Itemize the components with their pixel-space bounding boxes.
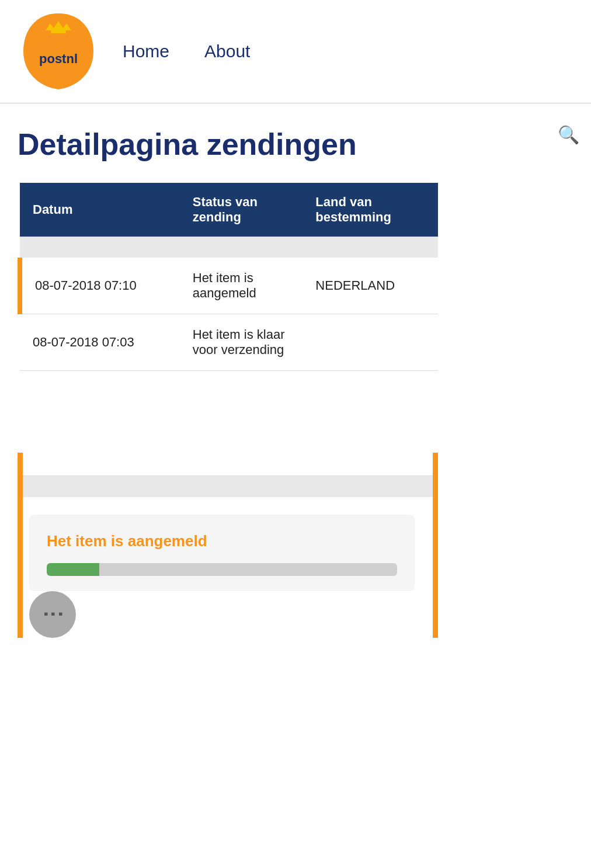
table-header-row: Datum Status van zending Land van bestem…: [20, 183, 438, 237]
col-datum: Datum: [20, 183, 180, 237]
cell-datum-1: 08-07-2018 07:10: [20, 258, 180, 314]
progress-bar-fill: [47, 563, 99, 576]
spacer-row: [20, 237, 438, 258]
bottom-action-row: ⋮: [18, 591, 438, 638]
svg-rect-0: [51, 30, 66, 33]
search-icon[interactable]: 🔍: [558, 124, 579, 145]
more-options-button[interactable]: ⋮: [29, 591, 76, 638]
orange-right-bar: [433, 453, 438, 638]
cell-land-1: NEDERLAND: [303, 258, 438, 314]
cell-datum-2: 08-07-2018 07:03: [20, 314, 180, 371]
cell-land-2: [303, 314, 438, 371]
col-land: Land van bestemming: [303, 183, 438, 237]
zendingen-table: Datum Status van zending Land van bestem…: [18, 183, 438, 497]
cell-status-2: Het item is klaar voor verzending: [180, 314, 303, 371]
empty-row: [20, 371, 438, 476]
table-row[interactable]: 08-07-2018 07:03 Het item is klaar voor …: [20, 314, 438, 371]
main-nav: Home About: [123, 41, 250, 61]
page-title: Detailpagina zendingen: [18, 127, 573, 162]
dots-icon: ⋮: [42, 604, 63, 625]
table-section: Datum Status van zending Land van bestem…: [18, 183, 438, 638]
cell-status-1: Het item is aangemeld: [180, 258, 303, 314]
svg-text:postnl: postnl: [39, 51, 78, 66]
header: postnl Home About: [0, 0, 591, 103]
bottom-spacer-row: [20, 476, 438, 497]
orange-left-bar: [18, 453, 23, 638]
detail-card-wrapper: Het item is aangemeld: [18, 497, 438, 591]
detail-card-title: Het item is aangemeld: [47, 532, 397, 550]
logo[interactable]: postnl: [18, 11, 99, 92]
table-row[interactable]: 08-07-2018 07:10 Het item is aangemeld N…: [20, 258, 438, 314]
detail-card: Het item is aangemeld: [29, 515, 415, 591]
progress-bar-container: [47, 563, 397, 576]
nav-home[interactable]: Home: [123, 41, 169, 61]
col-status: Status van zending: [180, 183, 303, 237]
nav-about[interactable]: About: [204, 41, 250, 61]
main-content: Detailpagina zendingen 🔍 Datum Status va…: [0, 103, 591, 661]
